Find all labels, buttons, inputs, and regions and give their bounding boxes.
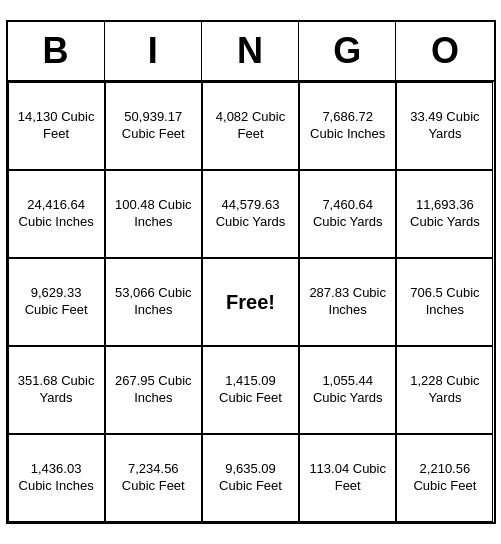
bingo-cell-r1c4: 11,693.36 Cubic Yards [396, 170, 493, 258]
bingo-cell-r3c4: 1,228 Cubic Yards [396, 346, 493, 434]
header-letter-i: I [105, 22, 202, 80]
header-letter-g: G [299, 22, 396, 80]
bingo-cell-r0c2: 4,082 Cubic Feet [202, 82, 299, 170]
bingo-cell-r4c0: 1,436.03 Cubic Inches [8, 434, 105, 522]
bingo-cell-r1c3: 7,460.64 Cubic Yards [299, 170, 396, 258]
bingo-cell-r4c4: 2,210.56 Cubic Feet [396, 434, 493, 522]
header-letter-b: B [8, 22, 105, 80]
bingo-cell-r1c2: 44,579.63 Cubic Yards [202, 170, 299, 258]
bingo-cell-r1c0: 24,416.64 Cubic Inches [8, 170, 105, 258]
bingo-grid: 14,130 Cubic Feet50,939.17 Cubic Feet4,0… [8, 82, 494, 522]
bingo-cell-r4c2: 9,635.09 Cubic Feet [202, 434, 299, 522]
header-letter-o: O [396, 22, 493, 80]
bingo-cell-r3c2: 1,415.09 Cubic Feet [202, 346, 299, 434]
bingo-cell-r0c3: 7,686.72 Cubic Inches [299, 82, 396, 170]
bingo-header: BINGO [8, 22, 494, 82]
bingo-cell-r0c0: 14,130 Cubic Feet [8, 82, 105, 170]
bingo-cell-r2c4: 706.5 Cubic Inches [396, 258, 493, 346]
bingo-cell-r4c3: 113.04 Cubic Feet [299, 434, 396, 522]
bingo-card: BINGO 14,130 Cubic Feet50,939.17 Cubic F… [6, 20, 496, 524]
bingo-cell-r1c1: 100.48 Cubic Inches [105, 170, 202, 258]
bingo-cell-r2c2: Free! [202, 258, 299, 346]
bingo-cell-r2c1: 53,066 Cubic Inches [105, 258, 202, 346]
bingo-cell-r0c1: 50,939.17 Cubic Feet [105, 82, 202, 170]
bingo-cell-r3c1: 267.95 Cubic Inches [105, 346, 202, 434]
header-letter-n: N [202, 22, 299, 80]
bingo-cell-r2c0: 9,629.33 Cubic Feet [8, 258, 105, 346]
bingo-cell-r4c1: 7,234.56 Cubic Feet [105, 434, 202, 522]
bingo-cell-r0c4: 33.49 Cubic Yards [396, 82, 493, 170]
bingo-cell-r3c3: 1,055.44 Cubic Yards [299, 346, 396, 434]
bingo-cell-r3c0: 351.68 Cubic Yards [8, 346, 105, 434]
bingo-cell-r2c3: 287.83 Cubic Inches [299, 258, 396, 346]
